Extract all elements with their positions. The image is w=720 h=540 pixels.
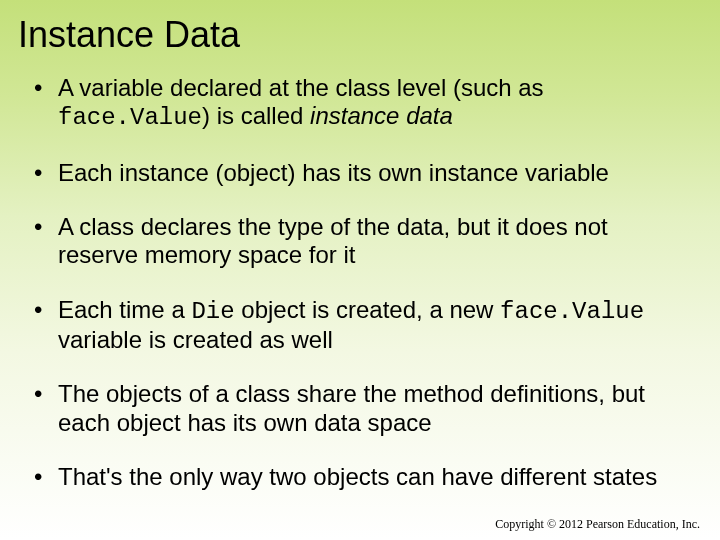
bullet-1-code: face.Value [58, 104, 202, 131]
bullet-4-text-c: variable is created as well [58, 326, 333, 353]
bullet-4-text-a: Each time a [58, 296, 191, 323]
bullet-1-text-b: ) is called [202, 102, 310, 129]
slide-title: Instance Data [18, 14, 690, 56]
bullet-1: A variable declared at the class level (… [30, 74, 690, 133]
bullet-4-text-b: object is created, a new [235, 296, 500, 323]
bullet-5: The objects of a class share the method … [30, 380, 690, 437]
copyright-footer: Copyright © 2012 Pearson Education, Inc. [495, 517, 700, 532]
bullet-4-code-2: face.Value [500, 298, 644, 325]
bullet-1-italic: instance data [310, 102, 453, 129]
bullet-6: That's the only way two objects can have… [30, 463, 690, 491]
bullet-4: Each time a Die object is created, a new… [30, 296, 690, 355]
bullet-4-code-1: Die [191, 298, 234, 325]
bullet-3: A class declares the type of the data, b… [30, 213, 690, 270]
bullet-1-text-a: A variable declared at the class level (… [58, 74, 544, 101]
bullet-2: Each instance (object) has its own insta… [30, 159, 690, 187]
slide: Instance Data A variable declared at the… [0, 0, 720, 540]
bullet-list: A variable declared at the class level (… [30, 74, 690, 491]
